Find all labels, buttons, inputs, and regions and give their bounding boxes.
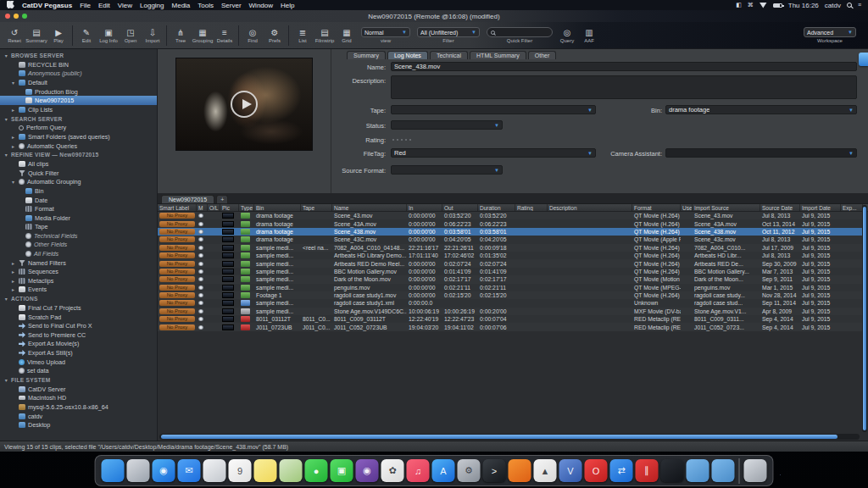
dock-icon-launchpad[interactable] — [127, 459, 150, 482]
sidebar-item-default[interactable]: ▾Default — [0, 78, 157, 87]
sidebar-item-send-to-premiere-cc[interactable]: Send to Premiere CC — [0, 330, 157, 340]
play-button[interactable] — [231, 91, 258, 118]
quick-filter-input[interactable] — [498, 30, 548, 36]
keyboard-menu-icon[interactable]: ⌘ — [748, 2, 754, 8]
dock-icon-itunes[interactable]: ♫ — [407, 459, 430, 482]
tab-technical[interactable]: Technical — [430, 51, 468, 59]
sidebar-item-clip-lists[interactable]: ▸Clip Lists — [0, 105, 157, 114]
menubar-clock[interactable]: Thu 16:26 — [788, 2, 819, 9]
column-header-in[interactable]: In — [407, 204, 442, 211]
toolbar-tree[interactable]: ⋔Tree — [170, 28, 192, 43]
sidebar-item-all-fields[interactable]: All Fields — [0, 249, 157, 258]
toolbar-find[interactable]: ◎Find — [242, 28, 264, 43]
dock-icon-opera[interactable]: O — [585, 459, 608, 482]
sidebar-item-final-cut-7-projects[interactable]: Final Cut 7 Projects — [0, 303, 157, 313]
apple-menu-icon[interactable] — [7, 1, 14, 10]
column-header-duration[interactable]: Duration — [478, 204, 515, 211]
dock-icon-finder[interactable] — [102, 459, 125, 482]
dock-icon-contacts[interactable] — [203, 459, 226, 482]
sidebar-item-perform-query[interactable]: Perform Query — [0, 124, 157, 133]
menu-edit[interactable]: Edit — [98, 2, 110, 9]
sidebar-item-tape[interactable]: Tape — [0, 223, 157, 232]
filetag-dropdown[interactable]: Red▼ — [391, 148, 596, 158]
sidebar-item-technical-fields[interactable]: Technical Fields — [0, 231, 157, 241]
tab-html-summary[interactable]: HTML Summary — [470, 51, 526, 59]
tab-summary[interactable]: Summary — [347, 51, 386, 59]
sidebar-item-vimeo-upload[interactable]: Vimeo Upload — [0, 358, 157, 367]
column-header-name[interactable]: Name — [332, 204, 407, 211]
table-row[interactable]: No Proxydrama footageScene_438.mov0:00:0… — [158, 228, 862, 236]
sidebar-item-all-clips[interactable]: All clips — [0, 159, 157, 169]
toolbar-log-info[interactable]: ▣Log Info — [97, 28, 120, 43]
sidebar-item-quick-filter[interactable]: Quick Filter — [0, 169, 157, 178]
sidebar-item-export-as-still-s[interactable]: Export As Still(s) — [0, 348, 157, 358]
menubar-user[interactable]: catdv — [825, 2, 841, 9]
side-panel-badge-icon[interactable] — [859, 53, 868, 66]
sidebar-item-recycle-bin[interactable]: RECYCLE BIN — [0, 60, 157, 69]
camera-assistant-dropdown[interactable]: ▼ — [665, 148, 857, 158]
sidebar-item-production-blog[interactable]: Production Blog — [0, 87, 157, 97]
toolbar-import[interactable]: ⇩Import — [142, 28, 164, 43]
sidebar-section-browse-server[interactable]: ▾BROWSE SERVER — [0, 51, 157, 60]
table-row[interactable]: No Proxysample medi...ragdoll case study… — [158, 299, 862, 307]
dock-icon-maps[interactable] — [280, 459, 303, 482]
sidebar-item-smart-folders-saved-queries[interactable]: ▸Smart Folders (saved queries) — [0, 132, 157, 141]
table-row[interactable]: No ProxyFootage 1ragdoll case study1.mov… — [158, 291, 862, 299]
filter-dropdown[interactable]: All (Unfiltered)▼ — [417, 27, 480, 37]
sidebar-item-catdv-server[interactable]: CatDV Server — [0, 385, 157, 394]
video-preview[interactable] — [175, 58, 313, 151]
dock-icon-photos[interactable]: ✿ — [381, 459, 404, 482]
column-header-smart-label[interactable]: Smart Label — [158, 204, 197, 211]
sidebar-item-events[interactable]: ▸Events — [0, 286, 157, 295]
table-row[interactable]: No Proxysample medi...penguins.mov0:00:0… — [158, 284, 862, 291]
toolbar-summary[interactable]: ▤Summary — [25, 28, 47, 43]
vertical-scrollbar[interactable] — [862, 205, 867, 432]
toolbar-filmstrip[interactable]: ▤Filmstrip — [314, 28, 336, 43]
dock-icon-system-preferences[interactable]: ⚙ — [458, 459, 481, 482]
sidebar-item-send-to-final-cut-pro-x[interactable]: Send to Final Cut Pro X — [0, 321, 157, 330]
horizontal-scrollbar[interactable] — [159, 434, 860, 440]
toolbar-query[interactable]: ◎ Query — [556, 28, 578, 43]
toolbar-play[interactable]: ▶Play — [47, 28, 70, 43]
source-format-dropdown[interactable]: ▼ — [391, 165, 503, 175]
table-row[interactable]: No Proxysample medi...Artbeats HD Librar… — [158, 252, 862, 259]
horizontal-scrollbar-thumb[interactable] — [161, 435, 837, 439]
close-button[interactable] — [5, 14, 10, 19]
menu-window[interactable]: Window — [249, 2, 273, 9]
table-row[interactable]: No Proxy8011_03112T8011_C0...8011_C009_0… — [158, 315, 862, 323]
column-header-tape[interactable]: Tape — [301, 204, 332, 211]
column-header-format[interactable]: Format — [632, 204, 681, 211]
column-header-m[interactable]: M — [197, 204, 208, 211]
dock-icon-folder-documents[interactable] — [712, 459, 735, 482]
column-header-o-l[interactable]: O/L — [208, 204, 220, 211]
dock-icon-mail[interactable]: ✉ — [178, 459, 201, 482]
tab-log-notes[interactable]: Log Notes — [387, 51, 428, 59]
sidebar-section-actions[interactable]: ▾ACTIONS — [0, 294, 157, 303]
description-field[interactable] — [391, 75, 857, 99]
sidebar-item-mysql-5-6-25-osx10-8-x86-64[interactable]: mysql-5.6.25-osx10.8-x86_64 — [0, 402, 157, 412]
table-row[interactable]: No Proxysample medi...Artbeats RED Demo … — [158, 259, 862, 267]
sidebar-item-automatic-grouping[interactable]: ▾Automatic Grouping — [0, 178, 157, 187]
sidebar-item-bin[interactable]: Bin — [0, 186, 157, 196]
column-header-import-date[interactable]: Import Date — [800, 204, 841, 211]
dock-icon-parallels[interactable]: ∥ — [636, 459, 659, 482]
sidebar-item-desktop[interactable]: Desktop — [0, 420, 157, 430]
table-row[interactable]: No Proxydrama footageScene_43A.mov0:00:0… — [158, 219, 862, 227]
dock-icon-facetime[interactable]: ▣ — [331, 459, 353, 482]
zoom-button[interactable] — [22, 14, 27, 19]
menu-view[interactable]: View — [118, 2, 132, 9]
add-tab-button[interactable]: + — [216, 195, 228, 203]
toolbar-list[interactable]: ≣List — [292, 28, 314, 43]
column-header-description[interactable]: Description — [548, 204, 632, 211]
sidebar-item-catdv[interactable]: catdv — [0, 412, 157, 421]
table-row[interactable]: No Proxysample medi...BBC Motion Gallery… — [158, 268, 862, 275]
sidebar-item-new09072015[interactable]: New09072015 — [0, 96, 157, 105]
sidebar-item-other-fields[interactable]: Other Fields — [0, 241, 157, 250]
dock-icon-terminal[interactable]: > — [483, 459, 506, 482]
notification-center-icon[interactable]: ≡ — [858, 2, 861, 8]
table-tab-new09072015[interactable]: New09072015 — [161, 195, 214, 203]
tape-dropdown[interactable]: ▼ — [391, 105, 596, 114]
table-row[interactable]: No Proxysample medi...Stone Age.mov.V149… — [158, 308, 862, 315]
dock-icon-notes[interactable] — [254, 459, 277, 482]
sidebar-item-sequences[interactable]: ▸Sequences — [0, 267, 157, 276]
